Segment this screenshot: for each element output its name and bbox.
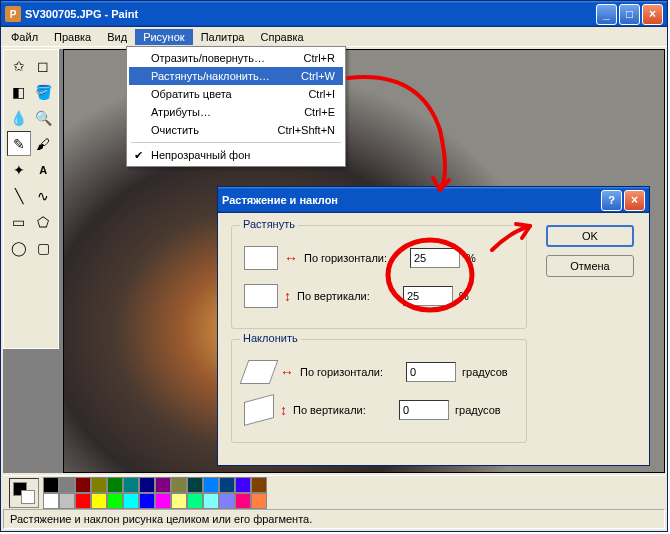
- color-swatch[interactable]: [155, 493, 171, 509]
- color-swatch[interactable]: [91, 493, 107, 509]
- color-swatch[interactable]: [187, 493, 203, 509]
- arrow-v-icon: ↕: [280, 402, 287, 418]
- menubar: Файл Правка Вид Рисунок Палитра Справка: [1, 27, 667, 47]
- color-swatch[interactable]: [251, 477, 267, 493]
- arrow-h-icon: ↔: [280, 364, 294, 380]
- color-swatch[interactable]: [235, 493, 251, 509]
- dialog-client: Растянуть ↔ По горизонтали: % ↕ По верти…: [221, 215, 646, 462]
- menu-help[interactable]: Справка: [253, 29, 312, 45]
- dialog-titlebar[interactable]: Растяжение и наклон ? ×: [218, 187, 649, 213]
- skew-horiz-icon: [240, 360, 279, 384]
- tool-magnifier[interactable]: 🔍: [32, 105, 56, 130]
- tool-freeform-select[interactable]: ✩: [7, 53, 31, 78]
- color-swatch[interactable]: [107, 493, 123, 509]
- menu-item-shortcut: Ctrl+Shft+N: [258, 124, 335, 136]
- color-swatch[interactable]: [75, 493, 91, 509]
- color-swatch[interactable]: [187, 477, 203, 493]
- color-swatch[interactable]: [75, 477, 91, 493]
- tool-rectangle[interactable]: ▭: [7, 209, 31, 234]
- tool-polygon[interactable]: ⬠: [32, 209, 56, 234]
- statusbar: Растяжение и наклон рисунка целиком или …: [3, 509, 665, 529]
- tool-ellipse[interactable]: ◯: [7, 235, 31, 260]
- menu-item-shortcut: Ctrl+R: [284, 52, 335, 64]
- color-swatch[interactable]: [107, 477, 123, 493]
- color-palette: [43, 477, 267, 509]
- color-swatch[interactable]: [251, 493, 267, 509]
- cancel-label: Отмена: [570, 260, 609, 272]
- cancel-button[interactable]: Отмена: [546, 255, 634, 277]
- tool-brush[interactable]: 🖌: [32, 131, 56, 156]
- skew-horiz-label: По горизонтали:: [300, 366, 400, 378]
- menu-separator: [131, 142, 341, 143]
- menu-attributes[interactable]: Атрибуты… Ctrl+E: [129, 103, 343, 121]
- menu-edit[interactable]: Правка: [46, 29, 99, 45]
- skew-horiz-unit: градусов: [462, 366, 508, 378]
- stretch-skew-dialog: Растяжение и наклон ? × Растянуть ↔ По г…: [217, 186, 650, 466]
- tool-curve[interactable]: ∿: [32, 183, 56, 208]
- menu-palette[interactable]: Палитра: [193, 29, 253, 45]
- menu-opaque[interactable]: ✔ Непрозрачный фон: [129, 146, 343, 164]
- color-swatch[interactable]: [123, 477, 139, 493]
- color-swatch[interactable]: [91, 477, 107, 493]
- color-swatch[interactable]: [219, 493, 235, 509]
- minimize-button[interactable]: _: [596, 4, 617, 25]
- stretch-horiz-icon: [244, 246, 278, 270]
- color-swatch[interactable]: [43, 493, 59, 509]
- menu-file[interactable]: Файл: [3, 29, 46, 45]
- color-swatch[interactable]: [203, 493, 219, 509]
- ok-button[interactable]: OK: [546, 225, 634, 247]
- tool-eraser[interactable]: ◧: [7, 79, 31, 104]
- skew-vert-input[interactable]: [399, 400, 449, 420]
- stretch-vert-input[interactable]: [403, 286, 453, 306]
- tool-pencil[interactable]: ✎: [7, 131, 31, 156]
- color-swatch[interactable]: [123, 493, 139, 509]
- main-titlebar[interactable]: P SV300705.JPG - Paint _ □ ×: [1, 1, 667, 27]
- menu-flip-rotate[interactable]: Отразить/повернуть… Ctrl+R: [129, 49, 343, 67]
- dialog-close-button[interactable]: ×: [624, 190, 645, 211]
- color-swatch[interactable]: [155, 477, 171, 493]
- arrow-h-icon: ↔: [284, 250, 298, 266]
- current-colors[interactable]: [9, 478, 39, 508]
- color-swatch[interactable]: [171, 477, 187, 493]
- stretch-legend: Растянуть: [240, 218, 298, 230]
- stretch-groupbox: Растянуть ↔ По горизонтали: % ↕ По верти…: [231, 225, 527, 329]
- skew-vert-unit: градусов: [455, 404, 501, 416]
- color-swatch[interactable]: [235, 477, 251, 493]
- color-swatch[interactable]: [203, 477, 219, 493]
- skew-horiz-input[interactable]: [406, 362, 456, 382]
- menu-clear[interactable]: Очистить Ctrl+Shft+N: [129, 121, 343, 139]
- status-text: Растяжение и наклон рисунка целиком или …: [10, 513, 312, 525]
- menu-stretch-skew[interactable]: Растянуть/наклонить… Ctrl+W: [129, 67, 343, 85]
- ok-label: OK: [582, 230, 598, 242]
- stretch-vert-unit: %: [459, 290, 469, 302]
- stretch-horiz-input[interactable]: [410, 248, 460, 268]
- tool-text[interactable]: A: [32, 157, 56, 182]
- close-button[interactable]: ×: [642, 4, 663, 25]
- color-swatch[interactable]: [171, 493, 187, 509]
- menu-item-shortcut: Ctrl+E: [284, 106, 335, 118]
- tool-rect-select[interactable]: ◻: [32, 53, 56, 78]
- window-title: SV300705.JPG - Paint: [25, 8, 596, 20]
- maximize-button[interactable]: □: [619, 4, 640, 25]
- colorbox: [3, 475, 665, 509]
- color-swatch[interactable]: [59, 477, 75, 493]
- tool-airbrush[interactable]: ✦: [7, 157, 31, 182]
- stretch-vert-icon: [244, 284, 278, 308]
- menu-image[interactable]: Рисунок: [135, 29, 193, 45]
- tool-fill[interactable]: 🪣: [32, 79, 56, 104]
- color-swatch[interactable]: [139, 493, 155, 509]
- toolbox: ✩ ◻ ◧ 🪣 💧 🔍 ✎ 🖌 ✦ A ╲ ∿ ▭ ⬠ ◯ ▢: [3, 49, 59, 349]
- menu-view[interactable]: Вид: [99, 29, 135, 45]
- color-swatch[interactable]: [219, 477, 235, 493]
- color-swatch[interactable]: [59, 493, 75, 509]
- menu-item-label: Растянуть/наклонить…: [151, 70, 270, 82]
- tool-picker[interactable]: 💧: [7, 105, 31, 130]
- tool-line[interactable]: ╲: [7, 183, 31, 208]
- stretch-horiz-unit: %: [466, 252, 476, 264]
- dialog-help-button[interactable]: ?: [601, 190, 622, 211]
- tool-rounded-rect[interactable]: ▢: [32, 235, 56, 260]
- menu-invert-colors[interactable]: Обратить цвета Ctrl+I: [129, 85, 343, 103]
- color-swatch[interactable]: [139, 477, 155, 493]
- color-swatch[interactable]: [43, 477, 59, 493]
- stretch-vert-label: По вертикали:: [297, 290, 397, 302]
